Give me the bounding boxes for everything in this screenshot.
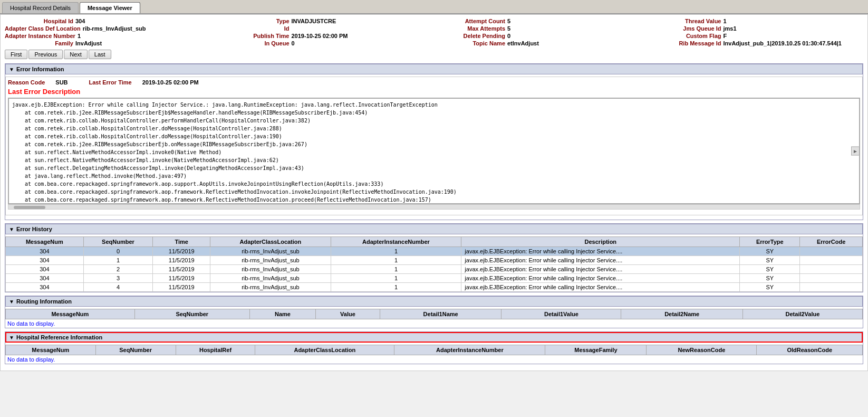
table-cell: 1 [331, 265, 461, 274]
scroll-right-arrow[interactable]: ► [851, 147, 860, 156]
table-cell: 1 [331, 247, 461, 256]
main-content: Hospital Id 304 Type INVADJUSTCRE Attemp… [0, 14, 868, 371]
collapse-icon-routing[interactable]: ▼ [9, 299, 14, 305]
error-information-title: Error Information [16, 66, 64, 72]
table-cell: 1 [331, 274, 461, 283]
last-button[interactable]: Last [89, 50, 111, 59]
error-history-table: MessageNum SeqNumber Time AdapterClassLo… [5, 236, 863, 292]
table-cell [800, 247, 863, 256]
nav-buttons: First Previous Next Last [5, 50, 863, 59]
adapter-instance-row: Adapter Instance Number 1 [5, 33, 216, 39]
topic-name-label: Topic Name [437, 40, 505, 46]
tab-bar: Hospital Record Details Message Viewer [0, 0, 868, 14]
error-information-header[interactable]: ▼ Error Information [5, 64, 863, 74]
collapse-icon-error[interactable]: ▼ [9, 67, 14, 72]
table-cell: 11/5/2019 [153, 256, 210, 265]
col-error-code: ErrorCode [800, 237, 863, 247]
table-cell: 304 [6, 256, 84, 265]
custom-flag-value: F [724, 33, 727, 39]
adapter-instance-value: 1 [78, 33, 81, 39]
table-cell: 304 [6, 274, 84, 283]
collapse-icon-error-history[interactable]: ▼ [9, 226, 14, 232]
id-label: Id [221, 25, 290, 32]
hospital-ref-no-data: No data to display. [5, 355, 863, 364]
publish-time-label: Publish Time [221, 33, 290, 39]
table-cell: 0 [83, 247, 153, 256]
table-row[interactable]: 304211/5/2019rib-rms_InvAdjust_sub1javax… [6, 265, 863, 274]
adapter-class-row: Adapter Class Def Location rib-rms_InvAd… [5, 25, 216, 32]
table-cell: SY [740, 256, 800, 265]
delete-pending-value: 0 [507, 33, 510, 39]
table-cell: javax.ejb.EJBException: Error while call… [461, 247, 740, 256]
type-row: Type INVADJUSTCRE [221, 18, 432, 24]
attempt-count-row: Attempt Count 5 [437, 18, 648, 24]
last-error-time-value: 2019-10-25 02:00 PM [142, 79, 199, 86]
table-cell: SY [740, 247, 800, 256]
family-value: InvAdjust [75, 40, 102, 46]
table-cell: javax.ejb.EJBException: Error while call… [461, 256, 740, 265]
thread-value-row: Thread Value 1 [653, 18, 864, 24]
routing-information-header[interactable]: ▼ Routing Information [5, 296, 863, 307]
routing-col-detail1value: Detail1Value [501, 309, 621, 319]
routing-info-table: MessageNum SeqNumber Name Value Detail1N… [5, 309, 863, 319]
scroll-thumb[interactable] [14, 206, 45, 209]
reason-code-label: Reason Code [8, 79, 45, 86]
routing-col-detail2name: Detail2Name [621, 309, 743, 319]
table-cell: 11/5/2019 [153, 265, 210, 274]
table-cell: 11/5/2019 [153, 283, 210, 292]
routing-information-content: MessageNum SeqNumber Name Value Detail1N… [5, 309, 863, 328]
id-row: Id [221, 25, 432, 32]
jms-queue-value: jms1 [724, 25, 737, 32]
table-cell: SY [740, 283, 800, 292]
hospital-ref-info-table: MessageNum SeqNumber HospitalRef Adapter… [5, 345, 863, 355]
jms-queue-label: Jms Queue Id [653, 25, 721, 32]
hospital-ref-info-title: Hospital Reference Information [16, 334, 102, 340]
table-cell [800, 283, 863, 292]
tab-message-viewer[interactable]: Message Viewer [80, 2, 140, 13]
table-cell: 1 [83, 256, 153, 265]
table-cell: 11/5/2019 [153, 247, 210, 256]
error-history-header-row: MessageNum SeqNumber Time AdapterClassLo… [6, 237, 863, 247]
routing-col-detail2value: Detail2Value [742, 309, 862, 319]
rib-message-id-value: InvAdjust_pub_1|2019.10.25 01:30:47.544|… [724, 40, 842, 46]
next-button[interactable]: Next [64, 50, 88, 59]
delete-pending-row: Delete Pending 0 [437, 33, 648, 39]
error-history-header[interactable]: ▼ Error History [5, 224, 863, 234]
reason-code-value: SUB [55, 79, 67, 86]
table-row[interactable]: 304311/5/2019rib-rms_InvAdjust_sub1javax… [6, 274, 863, 283]
error-history-section: ▼ Error History MessageNum SeqNumber Tim… [5, 223, 863, 292]
hospital-ref-info-section: ▼ Hospital Reference Information Message… [5, 331, 863, 364]
table-cell: 304 [6, 247, 84, 256]
table-cell: rib-rms_InvAdjust_sub [210, 265, 331, 274]
table-cell: 304 [6, 265, 84, 274]
rib-message-id-row: Rib Message Id InvAdjust_pub_1|2019.10.2… [653, 40, 864, 46]
type-value: INVADJUSTCRE [292, 18, 336, 24]
type-label: Type [221, 18, 290, 24]
col-adapter-inst-num: AdapterInstanceNumber [331, 237, 461, 247]
collapse-icon-hospital-ref[interactable]: ▼ [9, 335, 14, 340]
table-cell: 304 [6, 283, 84, 292]
table-row[interactable]: 304411/5/2019rib-rms_InvAdjust_sub1javax… [6, 283, 863, 292]
first-button[interactable]: First [5, 50, 27, 59]
hospital-ref-info-header[interactable]: ▼ Hospital Reference Information [5, 332, 863, 343]
col-description: Description [461, 237, 740, 247]
max-attempts-row: Max Attempts 5 [437, 25, 648, 32]
last-error-time-label: Last Error Time [89, 79, 132, 86]
thread-value-label: Thread Value [653, 18, 721, 24]
table-cell: rib-rms_InvAdjust_sub [210, 247, 331, 256]
stacktrace-container[interactable]: javax.ejb.EJBException: Error while call… [8, 98, 860, 204]
horizontal-scrollbar[interactable] [8, 204, 860, 210]
table-row[interactable]: 304111/5/2019rib-rms_InvAdjust_sub1javax… [6, 256, 863, 265]
routing-information-section: ▼ Routing Information MessageNum SeqNumb… [5, 296, 863, 328]
table-cell: 3 [83, 274, 153, 283]
adapter-class-value: rib-rms_InvAdjust_sub [83, 25, 146, 32]
tab-hospital-record-details[interactable]: Hospital Record Details [2, 2, 79, 13]
previous-button[interactable]: Previous [28, 50, 63, 59]
error-history-tbody: 304011/5/2019rib-rms_InvAdjust_sub1javax… [6, 247, 863, 292]
table-row[interactable]: 304011/5/2019rib-rms_InvAdjust_sub1javax… [6, 247, 863, 256]
table-cell: 11/5/2019 [153, 274, 210, 283]
table-cell: 4 [83, 283, 153, 292]
attempt-count-label: Attempt Count [437, 18, 505, 24]
table-cell: javax.ejb.EJBException: Error while call… [461, 265, 740, 274]
in-queue-value: 0 [292, 40, 295, 46]
